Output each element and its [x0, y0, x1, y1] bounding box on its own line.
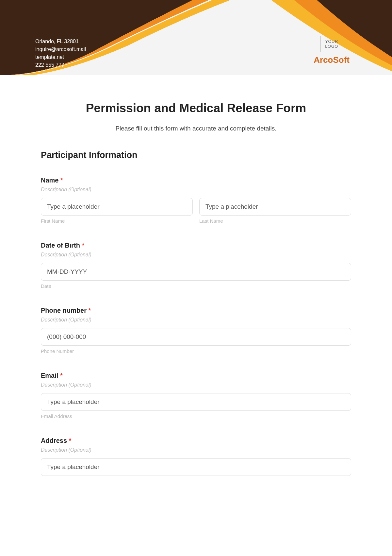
- email-sublabel: Email Address: [41, 413, 351, 419]
- header-banner: Orlando, FL 32801 inquire@arcosoft.mail …: [0, 0, 392, 75]
- phone-label: Phone number *: [41, 307, 351, 314]
- field-group-phone: Phone number * Description (Optional) Ph…: [41, 307, 351, 354]
- required-marker: *: [89, 307, 91, 314]
- contact-website: template.net: [35, 53, 86, 61]
- logo-text-line1: YOUR: [325, 39, 338, 44]
- field-group-name: Name * Description (Optional) First Name…: [41, 177, 351, 224]
- email-input[interactable]: [41, 393, 351, 411]
- name-description: Description (Optional): [41, 187, 351, 193]
- form-title: Permission and Medical Release Form: [41, 101, 351, 115]
- first-name-input[interactable]: [41, 198, 193, 216]
- field-group-address: Address * Description (Optional): [41, 437, 351, 476]
- address-label: Address *: [41, 437, 351, 444]
- first-name-sublabel: First Name: [41, 218, 193, 224]
- logo-placeholder-box: YOUR LOGO: [320, 36, 343, 52]
- address-input[interactable]: [41, 458, 351, 476]
- contact-phone: 222 555 777: [35, 61, 86, 69]
- form-container: Permission and Medical Release Form Plea…: [0, 75, 392, 507]
- required-marker: *: [69, 437, 72, 444]
- phone-sublabel: Phone Number: [41, 348, 351, 354]
- contact-info-block: Orlando, FL 32801 inquire@arcosoft.mail …: [35, 38, 86, 69]
- company-name: ArcoSoft: [314, 55, 350, 65]
- required-marker: *: [60, 372, 63, 379]
- dob-label: Date of Birth *: [41, 242, 351, 249]
- phone-description: Description (Optional): [41, 317, 351, 323]
- email-description: Description (Optional): [41, 382, 351, 388]
- section-title-participant: Participant Information: [41, 150, 351, 160]
- address-description: Description (Optional): [41, 447, 351, 453]
- form-subtitle: Please fill out this form with accurate …: [41, 125, 351, 132]
- name-label: Name *: [41, 177, 351, 184]
- field-group-email: Email * Description (Optional) Email Add…: [41, 372, 351, 419]
- contact-address: Orlando, FL 32801: [35, 38, 86, 45]
- dob-description: Description (Optional): [41, 252, 351, 258]
- field-group-dob: Date of Birth * Description (Optional) D…: [41, 242, 351, 289]
- email-label: Email *: [41, 372, 351, 379]
- dob-sublabel: Date: [41, 283, 351, 289]
- phone-input[interactable]: [41, 328, 351, 346]
- last-name-sublabel: Last Name: [199, 218, 351, 224]
- logo-area: YOUR LOGO ArcoSoft: [314, 36, 350, 65]
- required-marker: *: [60, 177, 63, 184]
- last-name-input[interactable]: [199, 198, 351, 216]
- dob-input[interactable]: [41, 263, 351, 281]
- logo-text-line2: LOGO: [325, 44, 338, 49]
- contact-email: inquire@arcosoft.mail: [35, 45, 86, 53]
- required-marker: *: [82, 242, 85, 249]
